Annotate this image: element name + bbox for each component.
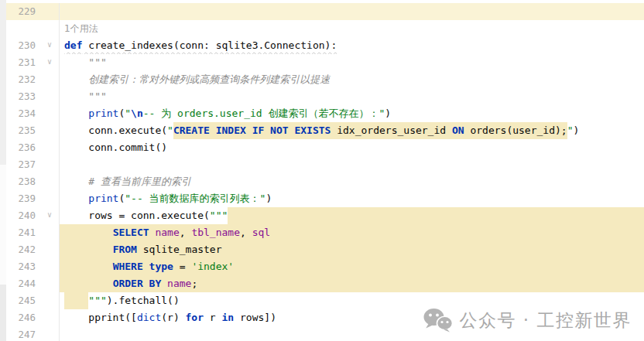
token: conn.commit() (64, 139, 167, 156)
code-editor-window: 2291个用法230∨def create_indexes(conn: sqli… (0, 0, 644, 341)
token: FROM (113, 241, 137, 258)
code-line[interactable]: 238 # 查看当前库里的索引 (6, 173, 644, 190)
code-text[interactable]: 创建索引：常对外键列或高频查询条件列建索引以提速 (60, 71, 644, 88)
token: in (222, 309, 235, 326)
code-line[interactable]: 229 (6, 3, 644, 20)
token: """ (88, 292, 106, 309)
editor-left-marker-strip (0, 0, 6, 341)
code-line[interactable]: 245 """).fetchall() (6, 292, 644, 309)
token: 'index' (191, 258, 234, 275)
fold-chevron-icon[interactable]: ∨ (36, 54, 60, 71)
token: " (567, 122, 574, 139)
token (149, 224, 156, 241)
token (64, 292, 88, 309)
line-number (6, 20, 36, 37)
token: pprint([ (64, 309, 137, 326)
code-text[interactable]: ORDER BY name; (60, 275, 644, 292)
code-line[interactable]: 244 ORDER BY name; (6, 275, 644, 292)
code-line[interactable]: 232 创建索引：常对外键列或高频查询条件列建索引以提速 (6, 71, 644, 88)
code-line[interactable]: 239 print("-- 当前数据库的索引列表：") (6, 190, 644, 207)
token: WHERE type (113, 258, 173, 275)
code-text[interactable] (60, 3, 644, 20)
token: ).fetchall() (107, 292, 180, 309)
token: " (167, 122, 173, 139)
fold-chevron-icon[interactable]: ∨ (36, 207, 60, 224)
token: def (64, 39, 82, 51)
code-text[interactable]: SELECT name, tbl_name, sql (60, 224, 644, 241)
code-text[interactable]: """).fetchall() (60, 292, 644, 309)
token: 创建索引：常对外键列或高频查询条件列建索引以提速 (64, 71, 330, 88)
token: """ (210, 207, 228, 224)
usage-inlay-hint[interactable]: 1个用法 (60, 20, 644, 37)
line-number: 234 (6, 105, 36, 122)
token: ; (191, 275, 197, 292)
gutter-fold-area (36, 258, 60, 275)
code-text[interactable]: # 查看当前库里的索引 (60, 173, 644, 190)
code-text[interactable] (60, 156, 644, 173)
line-number: 242 (6, 241, 36, 258)
inlay-hint-row[interactable]: 1个用法 (6, 20, 644, 37)
code-text[interactable]: FROM sqlite_master (60, 241, 644, 258)
gutter-fold-area (36, 71, 60, 88)
code-line[interactable]: 236 conn.commit() (6, 139, 644, 156)
token: " (125, 105, 131, 122)
gutter-fold-area (36, 190, 60, 207)
editor-rows[interactable]: 2291个用法230∨def create_indexes(conn: sqli… (6, 3, 644, 341)
code-line[interactable]: 241 SELECT name, tbl_name, sql (6, 224, 644, 241)
token: print (88, 190, 118, 207)
gutter-fold-area (36, 3, 60, 20)
line-number: 231 (6, 54, 36, 71)
marker-strip-segment (0, 285, 6, 341)
code-line[interactable]: 243 WHERE type = 'index' (6, 258, 644, 275)
code-line[interactable]: 233 """ (6, 88, 644, 105)
usages-hint-label[interactable]: 1个用法 (64, 20, 98, 37)
token: rows = conn.execute( (64, 207, 210, 224)
code-text[interactable]: conn.commit() (60, 139, 644, 156)
token: name (167, 275, 191, 292)
line-number: 233 (6, 88, 36, 105)
token: for (186, 309, 204, 326)
gutter-fold-area (36, 309, 60, 326)
watermark: 公众号 · 工控新世界 (423, 308, 632, 332)
gutter-fold-area (36, 122, 60, 139)
code-text[interactable]: print("\n-- 为 orders.user_id 创建索引（若不存在）：… (60, 105, 644, 122)
code-line[interactable]: 231∨ """ (6, 54, 644, 71)
token: = (173, 258, 191, 275)
token: conn.execute( (64, 122, 167, 139)
line-number: 243 (6, 258, 36, 275)
token (64, 258, 113, 275)
code-line[interactable]: 240∨ rows = conn.execute(""" (6, 207, 644, 224)
code-line[interactable]: 242 FROM sqlite_master (6, 241, 644, 258)
code-text[interactable]: """ (60, 88, 644, 105)
token: create_indexes(conn: sqlite3.Connection)… (82, 39, 337, 51)
token: -- 为 orders.user_id 创建索引（若不存在）：" (143, 105, 385, 122)
code-text[interactable]: WHERE type = 'index' (60, 258, 644, 275)
fold-chevron-icon[interactable]: ∨ (36, 37, 60, 54)
token: orders(user_id); (464, 122, 567, 139)
gutter-fold-area (36, 275, 60, 292)
token: SELECT (113, 224, 149, 241)
token: ) (265, 190, 272, 207)
token (161, 275, 167, 292)
code-line[interactable]: 230∨def create_indexes(conn: sqlite3.Con… (6, 37, 644, 54)
line-number: 247 (6, 326, 36, 341)
code-text[interactable]: print("-- 当前数据库的索引列表：") (60, 190, 644, 207)
token (64, 241, 113, 258)
code-text[interactable]: rows = conn.execute(""" (60, 207, 644, 224)
token: # 查看当前库里的索引 (88, 173, 191, 190)
token: sqlite_master (137, 241, 222, 258)
code-line[interactable]: 235 conn.execute("CREATE INDEX IF NOT EX… (6, 122, 644, 139)
line-number: 244 (6, 275, 36, 292)
code-text[interactable]: conn.execute("CREATE INDEX IF NOT EXISTS… (60, 122, 644, 139)
token: ORDER BY (113, 275, 162, 292)
code-text[interactable]: def create_indexes(conn: sqlite3.Connect… (60, 37, 644, 54)
code-text[interactable]: """ (60, 54, 644, 71)
gutter-fold-area (36, 326, 60, 341)
gutter-fold-area (36, 173, 60, 190)
line-number: 237 (6, 156, 36, 173)
code-line[interactable]: 237 (6, 156, 644, 173)
token: tbl_name (191, 224, 240, 241)
code-line[interactable]: 234 print("\n-- 为 orders.user_id 创建索引（若不… (6, 105, 644, 122)
gutter-fold-area (36, 224, 60, 241)
injected-fragment-background (228, 207, 644, 224)
